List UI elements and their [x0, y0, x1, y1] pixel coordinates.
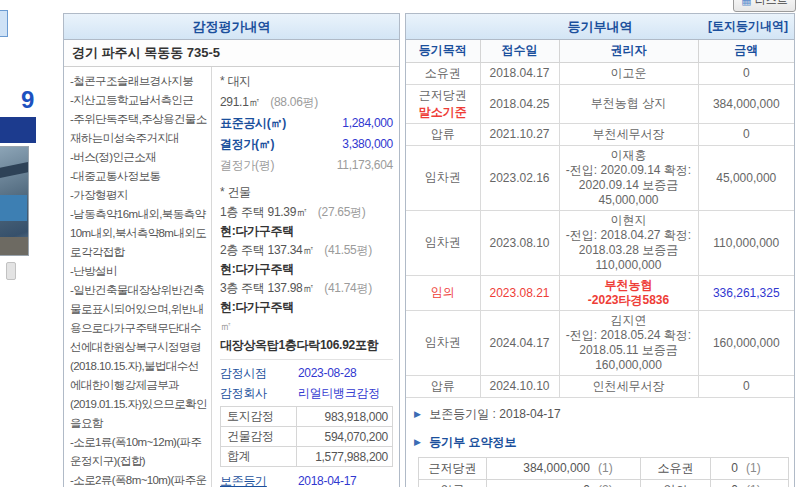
cell-date: 2023.08.10 [480, 210, 559, 275]
col-holder: 권리자 [559, 40, 698, 62]
sum-row: 건물감정 594,070,200 [221, 427, 393, 447]
cell-amount: 0 [698, 62, 794, 84]
note-line: -남동측약16m내외,북동측약10m내외,북서측약8m내외도로각각접합 [70, 205, 208, 262]
photo-ground-shape [0, 237, 28, 255]
registry-panel-title: 등기부내역 [568, 19, 633, 34]
registry-summary-table: 근저당권 384,000,000(1) 소유권 0(1) 압류 0(2) 임의 … [418, 457, 789, 487]
appraisal-sum-table: 토지감정 983,918,000 건물감정 594,070,200 합계 1,5… [220, 406, 393, 467]
divider [220, 359, 393, 360]
price-row: 표준공시(㎡) 1,284,000 [220, 113, 393, 134]
cell-date: 2021.10.27 [480, 123, 559, 145]
registry-row: 임차권 2024.04.17 김지연 -전입: 2018.05.24 확정: 2… [406, 310, 794, 375]
registry-panel: 등기부내역 [토지등기내역] 등기목적 접수일 권리자 금액 소유권 2018.… [405, 13, 795, 487]
list-button-label: 리스트 [755, 0, 788, 8]
cancellation-base-badge: 말소기준 [409, 104, 477, 121]
note-line: -버스(정)인근소재 [70, 148, 208, 167]
cell-amount: 0 [698, 123, 794, 145]
sum-value: 983,918,000 [297, 407, 393, 427]
registry-row-auction: 임의 2023.08.21 부천농협 -2023타경5836 336,261,3… [406, 275, 794, 310]
property-photo-thumbnail[interactable] [0, 146, 29, 256]
appraisal-company-row: 감정회사 리얼티뱅크감정 [220, 383, 393, 403]
arrow-icon: ▶ [414, 409, 421, 419]
price-value: 11,173,604 [337, 155, 393, 176]
cell-holder: 이고운 [559, 62, 698, 84]
building-line: 현:다가구주택 [220, 222, 393, 241]
listing-navy-bar-fragment [0, 117, 36, 143]
appraisal-date-label: 감정시점 [220, 363, 298, 383]
cell-purpose: 임의 [406, 275, 480, 310]
sum-label: 합계 [221, 447, 297, 467]
cell-date: 2023.02.16 [480, 145, 559, 210]
note-line: -소로1류(폭10m~12m)(파주운정지구)(접합) [70, 433, 208, 471]
summary-label: 근저당권 [419, 457, 487, 479]
cell-holder: 김지연 -전입: 2018.05.24 확정: 2018.05.11 보증금 1… [559, 310, 698, 375]
preservation-line-value: 2018-04-17 [499, 407, 560, 421]
photo-wall-shape [0, 195, 27, 221]
registry-header-row: 등기목적 접수일 권리자 금액 [406, 40, 794, 62]
appraisal-company-label: 감정회사 [220, 383, 298, 403]
appraisal-columns: -철콘구조슬래브경사지붕 -지산고등학교남서측인근 -주위단독주택,주상용건물소… [64, 67, 399, 487]
cell-purpose: 압류 [406, 123, 480, 145]
building-line: 3층 주택 137.98㎡ (41.74평) [220, 279, 393, 298]
page: 9 ▦ 리스트 감정평가내역 경기 파주시 목동동 735-5 -철콘구조슬래브… [0, 0, 800, 487]
list-button[interactable]: ▦ 리스트 [733, 0, 796, 12]
appraisal-panel-title: 감정평가내역 [64, 14, 399, 40]
note-line: -가장형평지 [70, 186, 208, 205]
price-value: 3,380,000 [342, 134, 393, 155]
registry-row: 임차권 2023.02.16 이재홍 -전입: 2020.09.14 확정: 2… [406, 145, 794, 210]
summary-label: 소유권 [640, 457, 710, 479]
summary-count: (2) [598, 483, 622, 487]
sum-label: 토지감정 [221, 407, 297, 427]
building-line: 대장상옥탑1층다락106.92포함 [220, 336, 393, 355]
sum-label: 건물감정 [221, 427, 297, 447]
col-purpose: 등기목적 [406, 40, 480, 62]
land-area-pyeong: (88.06평) [270, 95, 318, 109]
cell-purpose: 임차권 [406, 310, 480, 375]
cell-holder: 이재홍 -전입: 2020.09.14 확정: 2020.09.14 보증금 4… [559, 145, 698, 210]
list-grid-icon: ▦ [741, 0, 751, 6]
note-line: -지산고등학교남서측인근 [70, 91, 208, 110]
cutoff-checkbox-fragment[interactable] [0, 10, 8, 37]
property-address: 경기 파주시 목동동 735-5 [64, 40, 399, 67]
cell-purpose: 임차권 [406, 210, 480, 275]
note-line: -대중교통사정보통 [70, 167, 208, 186]
price-label: 표준공시(㎡) [220, 113, 286, 134]
note-line: -소로2류(폭8m~10m)(파주운정지구)(접합) [70, 471, 208, 487]
summary-row: 압류 0(2) 임의 0(1) [419, 479, 789, 487]
col-amount: 금액 [698, 40, 794, 62]
photo-roof-shape [0, 160, 29, 179]
land-heading: * 대지 [220, 71, 393, 92]
registry-row: 압류 2021.10.27 부천세무서장 0 [406, 123, 794, 145]
preservation-date: 2018-04-17 [298, 471, 356, 487]
land-area-line: 291.1㎡ (88.06평) [220, 92, 393, 113]
cell-amount: 336,261,325 [698, 275, 794, 310]
preservation-line-label: 보존등기일 : [429, 407, 496, 421]
sum-row: 토지감정 983,918,000 [221, 407, 393, 427]
cell-purpose: 소유권 [406, 62, 480, 84]
cell-amount: 110,000,000 [698, 210, 794, 275]
col-date: 접수일 [480, 40, 559, 62]
appraisal-notes: -철콘구조슬래브경사지붕 -지산고등학교남서측인근 -주위단독주택,주상용건물소… [64, 67, 212, 487]
price-row: 결정가(평) 11,173,604 [220, 155, 393, 176]
summary-row: 근저당권 384,000,000(1) 소유권 0(1) [419, 457, 789, 479]
appraisal-date-row: 감정시점 2023-08-28 [220, 363, 393, 383]
appraisal-date-value: 2023-08-28 [298, 363, 356, 383]
cell-holder: 인천세무서장 [559, 375, 698, 397]
price-row: 결정가(㎡) 3,380,000 [220, 134, 393, 155]
registry-panel-header: 등기부내역 [토지등기내역] [406, 14, 794, 40]
cell-amount: 160,000,000 [698, 310, 794, 375]
cell-date: 2018.04.25 [480, 84, 559, 123]
sum-value: 1,577,988,200 [297, 447, 393, 467]
note-line: -주위단독주택,주상용건물소재하는미성숙주거지대 [70, 110, 208, 148]
appraisal-company-value: 리얼티뱅크감정 [298, 383, 380, 403]
building-line: 현:다가구주택 [220, 298, 393, 317]
listing-number-fragment: 9 [21, 86, 34, 114]
summary-count: (1) [598, 461, 622, 475]
cell-holder: 부천농협 -2023타경5836 [559, 275, 698, 310]
summary-label: 압류 [419, 479, 487, 487]
summary-count: (1) [746, 483, 770, 487]
preservation-date-line: ▶ 보존등기일 : 2018-04-17 [414, 406, 794, 423]
registry-table: 등기목적 접수일 권리자 금액 소유권 2018.04.17 이고운 0 근저당… [406, 40, 794, 398]
building-heading: * 건물 [220, 182, 393, 203]
preservation-label-link[interactable]: 보존등기 [220, 471, 298, 487]
